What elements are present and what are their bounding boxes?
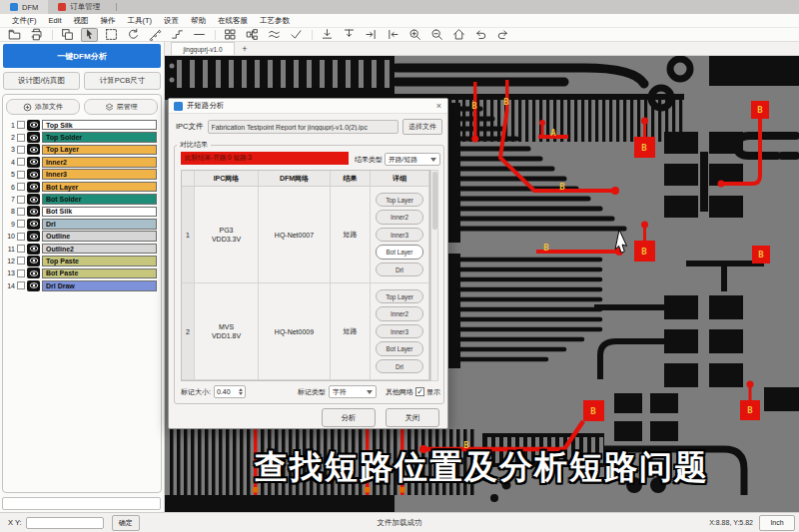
menu-file[interactable]: 文件(F): [6, 14, 43, 27]
redo-icon[interactable]: [494, 28, 511, 42]
layer-name-bar[interactable]: Inner2: [42, 157, 157, 168]
net-list-icon[interactable]: [244, 28, 261, 42]
left-panel-footer-field[interactable]: [2, 497, 161, 510]
detail-layer-button[interactable]: Inner3: [376, 324, 423, 339]
menu-edit[interactable]: Edit: [43, 14, 68, 27]
menu-process-params[interactable]: 工艺参数: [254, 14, 296, 27]
show-checkbox[interactable]: ✓: [415, 387, 424, 396]
layer-visibility-eye-icon[interactable]: [27, 256, 40, 266]
layer-manage-button[interactable]: 层管理: [84, 99, 158, 115]
menu-view[interactable]: 视图: [68, 14, 95, 27]
layer-visibility-eye-icon[interactable]: [27, 132, 40, 143]
pcb-size-button[interactable]: 计算PCB尺寸: [84, 72, 161, 90]
layer-checkbox[interactable]: [17, 208, 25, 216]
layer-name-bar[interactable]: Bot Layer: [42, 182, 157, 193]
layer-name-bar[interactable]: Bot Solder: [42, 194, 157, 205]
rotate-icon[interactable]: [125, 28, 142, 42]
layer-checkbox[interactable]: [17, 183, 25, 191]
open-file-icon[interactable]: [6, 28, 23, 42]
dialog-title-bar[interactable]: 开短路分析 ×: [169, 99, 447, 114]
scrollbar-thumb[interactable]: [432, 172, 437, 230]
undo-icon[interactable]: [472, 28, 489, 42]
choose-file-button[interactable]: 选择文件: [402, 119, 442, 135]
dialog-close-icon[interactable]: ×: [436, 101, 441, 111]
select-icon[interactable]: [81, 28, 98, 42]
menu-settings[interactable]: 设置: [158, 14, 185, 27]
fit-view-icon[interactable]: [450, 28, 467, 42]
layer-checkbox[interactable]: [17, 281, 25, 289]
zoom-out-icon[interactable]: [428, 28, 445, 42]
app-tab-dfm[interactable]: DFM: [0, 0, 48, 14]
layer-checkbox[interactable]: [17, 121, 25, 129]
unit-toggle-button[interactable]: Inch: [759, 515, 795, 531]
menu-tools[interactable]: 工具(T): [122, 14, 159, 27]
export-icon[interactable]: [341, 28, 358, 42]
layer-checkbox[interactable]: [17, 257, 25, 265]
detail-layer-button[interactable]: Bot Layer: [376, 341, 423, 356]
layer-visibility-eye-icon[interactable]: [27, 182, 40, 193]
menu-online-service[interactable]: 在线客服: [212, 14, 254, 27]
ipc-file-input[interactable]: [208, 120, 399, 134]
stepper-arrows-icon[interactable]: [239, 388, 243, 395]
mark-type-dropdown[interactable]: 字符: [329, 385, 377, 398]
confirm-button[interactable]: 确定: [112, 515, 140, 531]
layer-checkbox[interactable]: [17, 245, 25, 253]
document-tab[interactable]: jingquprj-v1.0: [171, 42, 235, 55]
layer-checkbox[interactable]: [17, 196, 25, 204]
detail-layer-button[interactable]: Drl: [376, 263, 423, 277]
layer-visibility-eye-icon[interactable]: [27, 231, 40, 242]
line-icon[interactable]: [191, 28, 208, 42]
pan-left-icon[interactable]: [385, 28, 401, 42]
layer-name-bar[interactable]: Drl Draw: [42, 280, 157, 291]
layer-name-bar[interactable]: Outline: [42, 231, 157, 242]
app-tab-order-management[interactable]: 订单管理: [48, 0, 110, 14]
layer-name-bar[interactable]: Bot Paste: [42, 268, 157, 279]
layer-checkbox[interactable]: [17, 269, 25, 277]
grid-panel-icon[interactable]: [222, 28, 239, 42]
detail-layer-button[interactable]: Bot Layer: [376, 245, 423, 260]
detail-layer-button[interactable]: Inner3: [376, 228, 423, 243]
menu-operate[interactable]: 操作: [95, 14, 122, 27]
one-click-dfm-button[interactable]: 一键DFM分析: [3, 44, 161, 68]
layer-name-bar[interactable]: Top Silk: [42, 120, 157, 131]
layer-visibility-eye-icon[interactable]: [27, 206, 40, 217]
menu-help[interactable]: 帮助: [185, 14, 212, 27]
layer-visibility-eye-icon[interactable]: [27, 144, 40, 155]
route-icon[interactable]: [169, 28, 186, 42]
layer-name-bar[interactable]: Top Solder: [42, 132, 157, 143]
new-tab-button[interactable]: +: [239, 43, 251, 55]
layer-visibility-eye-icon[interactable]: [27, 267, 40, 278]
marquee-select-icon[interactable]: [103, 28, 120, 42]
layer-name-bar[interactable]: Top Paste: [42, 256, 157, 266]
close-button[interactable]: 关闭: [386, 408, 439, 427]
layer-visibility-eye-icon[interactable]: [27, 219, 40, 230]
print-icon[interactable]: [28, 28, 45, 42]
layer-checkbox[interactable]: [17, 146, 25, 154]
detail-layer-button[interactable]: Inner2: [376, 210, 423, 225]
add-file-button[interactable]: 添加文件: [6, 99, 80, 115]
measure-icon[interactable]: [147, 28, 164, 42]
layer-visibility-eye-icon[interactable]: [27, 194, 40, 205]
layer-visibility-eye-icon[interactable]: [27, 120, 40, 131]
layer-name-bar[interactable]: Bot Silk: [42, 207, 157, 218]
layer-checkbox[interactable]: [17, 171, 25, 179]
layer-checkbox[interactable]: [17, 134, 25, 142]
detail-layer-button[interactable]: Drl: [376, 359, 423, 374]
new-view-icon[interactable]: [59, 28, 76, 42]
table-scrollbar[interactable]: [430, 170, 438, 381]
analyze-button[interactable]: 分析: [322, 408, 376, 427]
layer-visibility-eye-icon[interactable]: [27, 280, 40, 291]
layer-name-bar[interactable]: Outline2: [42, 244, 157, 255]
layer-checkbox[interactable]: [17, 158, 25, 166]
layer-visibility-eye-icon[interactable]: [27, 244, 40, 255]
layer-checkbox[interactable]: [17, 233, 25, 241]
result-type-dropdown[interactable]: 开路/短路: [385, 153, 440, 166]
layer-checkbox[interactable]: [17, 220, 25, 228]
detail-layer-button[interactable]: Top Layer: [376, 289, 423, 304]
layer-name-bar[interactable]: Top Layer: [42, 145, 157, 156]
mark-icon[interactable]: [288, 28, 305, 42]
compare-icon[interactable]: [266, 28, 283, 42]
layer-visibility-eye-icon[interactable]: [27, 157, 40, 168]
zoom-in-icon[interactable]: [406, 28, 423, 42]
layer-name-bar[interactable]: Drl: [42, 219, 157, 230]
